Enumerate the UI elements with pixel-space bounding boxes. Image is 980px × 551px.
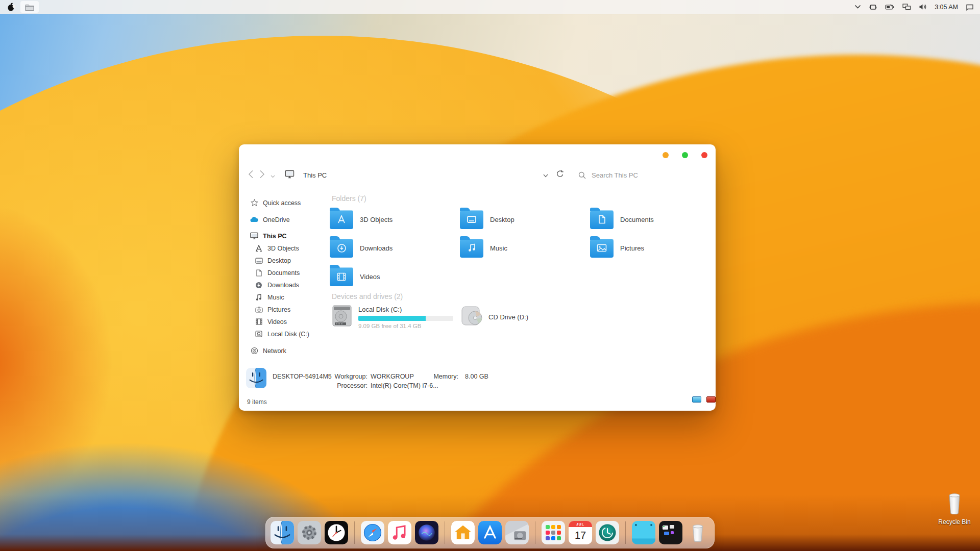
forward-button[interactable] <box>259 170 265 181</box>
folder-icon <box>460 239 483 258</box>
folders-header: Folders (7) <box>332 194 366 203</box>
star-icon <box>250 199 258 207</box>
rotation-lock-icon[interactable] <box>869 4 877 11</box>
close-button[interactable] <box>701 152 707 158</box>
dock-home-icon[interactable] <box>451 521 475 544</box>
recycle-bin-label: Recycle Bin <box>938 518 971 525</box>
dock-settings-icon[interactable] <box>298 521 321 544</box>
monitor-icon <box>250 232 258 240</box>
sidebar-item-music[interactable]: Music <box>255 292 327 303</box>
dock-finder-icon[interactable] <box>271 521 294 544</box>
sidebar-item-onedrive[interactable]: OneDrive <box>250 214 327 225</box>
minimize-button[interactable] <box>663 152 669 158</box>
film-icon <box>255 318 263 325</box>
sidebar-item-pictures[interactable]: Pictures <box>255 304 327 315</box>
back-button[interactable] <box>248 170 254 181</box>
calendar-month: JUL <box>569 521 592 527</box>
tray-chevron-icon[interactable] <box>854 5 861 9</box>
notification-center-icon[interactable] <box>966 4 974 11</box>
search-box[interactable] <box>578 171 678 179</box>
sidebar-item-downloads[interactable]: Downloads <box>255 280 327 290</box>
status-bar-item-count: 9 items <box>247 398 267 406</box>
dock-divider <box>445 521 445 544</box>
drive-tile-cd[interactable]: CD Drive (D:) <box>460 305 528 329</box>
drive-tile-local-disk[interactable]: Local Disk (C:) 9.09 GB free of 31.4 GB <box>330 305 453 329</box>
folder-tile-documents[interactable]: Documents <box>590 207 715 232</box>
dock-safari-icon[interactable] <box>361 521 384 544</box>
sidebar-item-3d-objects[interactable]: 3D Objects <box>255 243 327 254</box>
dock-mission-control-icon[interactable] <box>659 521 682 544</box>
folder-tile-3d-objects[interactable]: 3D Objects <box>330 207 455 232</box>
folder-icon <box>330 239 353 258</box>
folder-icon <box>330 210 353 229</box>
breadcrumb[interactable]: This PC <box>303 171 327 179</box>
cd-drive-icon <box>460 305 484 329</box>
battery-icon[interactable] <box>885 4 895 10</box>
sidebar-item-this-pc[interactable]: This PC <box>250 231 327 241</box>
folder-tile-pictures[interactable]: Pictures <box>590 235 715 261</box>
recent-locations-button[interactable] <box>271 171 275 180</box>
folder-tile-desktop[interactable]: Desktop <box>460 207 585 232</box>
dock-disk-utility-icon[interactable] <box>505 521 529 544</box>
refresh-button[interactable] <box>556 170 564 180</box>
search-input[interactable] <box>592 171 678 179</box>
desktop-icon <box>255 258 263 264</box>
dock-music-icon[interactable] <box>388 521 411 544</box>
dock-clock-icon[interactable] <box>325 521 348 544</box>
sidebar: Quick access OneDrive This PC <box>250 197 327 356</box>
recycle-bin[interactable]: Recycle Bin <box>938 491 971 525</box>
menu-bar: 3:05 AM <box>0 0 980 14</box>
apple-menu-icon[interactable] <box>7 2 15 12</box>
dock-trash-icon[interactable] <box>686 521 709 544</box>
workgroup-label: Workgroup: <box>315 373 368 380</box>
sidebar-item-documents[interactable]: Documents <box>255 267 327 278</box>
view-toggles <box>692 396 716 403</box>
zoom-button[interactable] <box>682 152 688 158</box>
disk-usage-bar <box>358 316 453 321</box>
sidebar-item-network[interactable]: Network <box>250 345 327 356</box>
dock-divider <box>625 521 626 544</box>
memory-label: Memory: <box>428 373 458 380</box>
dock-app-store-icon[interactable] <box>478 521 502 544</box>
folder-tile-music[interactable]: Music <box>460 235 585 261</box>
dock-time-machine-icon[interactable] <box>596 521 619 544</box>
network-icon[interactable] <box>902 4 911 10</box>
camera-icon <box>255 307 263 313</box>
workgroup-value: WORKGROUP <box>371 373 414 380</box>
toolbar-right <box>543 170 678 180</box>
sidebar-item-videos[interactable]: Videos <box>255 316 327 327</box>
dock: JUL 17 <box>265 517 715 548</box>
sidebar-item-quick-access[interactable]: Quick access <box>250 197 327 208</box>
active-app-indicator[interactable] <box>20 1 39 13</box>
finder-logo <box>246 368 266 390</box>
folder-icon <box>460 210 483 229</box>
document-icon <box>255 269 263 277</box>
address-dropdown-button[interactable] <box>543 170 548 180</box>
dock-stickies-icon[interactable] <box>632 521 655 544</box>
disk-free-text: 9.09 GB free of 31.4 GB <box>358 323 453 329</box>
dock-siri-icon[interactable] <box>415 521 438 544</box>
explorer-window: This PC <box>239 144 716 411</box>
disk-icon <box>255 331 263 337</box>
window-controls <box>663 152 707 158</box>
details-view-button[interactable] <box>692 396 701 403</box>
drive-label: CD Drive (D:) <box>488 313 528 321</box>
folder-tile-downloads[interactable]: Downloads <box>330 235 455 261</box>
music-note-icon <box>255 294 263 301</box>
processor-label: Processor: <box>315 382 368 389</box>
clock[interactable]: 3:05 AM <box>935 4 958 11</box>
folder-icon <box>590 239 614 258</box>
sidebar-item-local-disk[interactable]: Local Disk (C:) <box>255 329 327 339</box>
sidebar-item-desktop[interactable]: Desktop <box>255 255 327 266</box>
volume-icon[interactable] <box>919 4 927 10</box>
dock-calendar-icon[interactable]: JUL 17 <box>569 521 592 544</box>
disk-usage-fill <box>358 316 426 321</box>
dock-launchpad-icon[interactable] <box>542 521 565 544</box>
memory-value: 8.00 GB <box>465 373 488 380</box>
navigation-toolbar: This PC <box>248 170 327 181</box>
cloud-icon <box>250 217 258 222</box>
icons-view-button[interactable] <box>706 396 716 403</box>
3d-objects-icon <box>255 245 263 252</box>
search-icon <box>578 171 586 179</box>
folder-tile-videos[interactable]: Videos <box>330 264 455 289</box>
